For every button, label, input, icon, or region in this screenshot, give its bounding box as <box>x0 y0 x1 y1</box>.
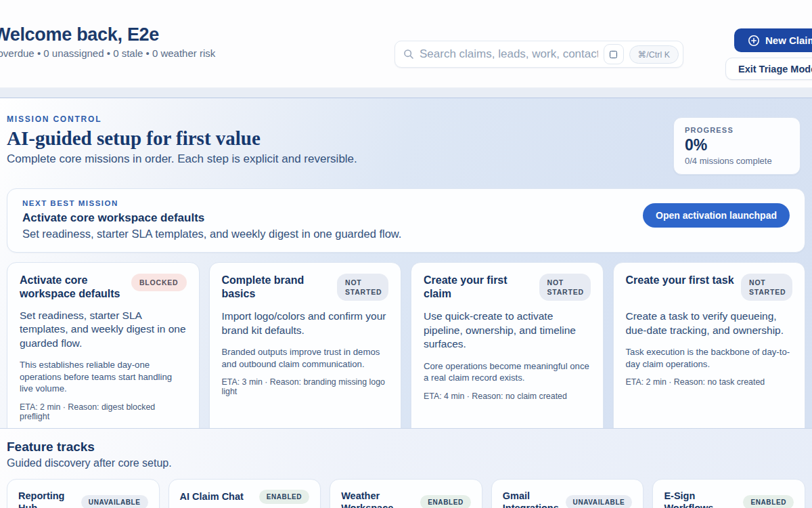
next-best-mission-title: Activate core workspace defaults <box>22 211 629 225</box>
feature-track-header: Reporting HubUNAVAILABLE <box>18 490 148 508</box>
mission-detail: Branded outputs improve trust in demos a… <box>222 346 389 370</box>
mission-card-header: Create your first claimNOT STARTED <box>424 274 591 301</box>
feature-track-title: Gmail Integrations <box>503 490 560 508</box>
feature-track-card: AI Claim ChatENABLED <box>168 479 321 508</box>
new-claim-label: New Claim <box>765 35 812 46</box>
page-header: Welcome back, E2e 0 overdue • 0 unassign… <box>0 0 812 88</box>
checkbox-icon <box>610 51 617 58</box>
mission-status-badge: NOT STARTED <box>741 274 792 301</box>
progress-detail: 0/4 missions complete <box>685 156 789 166</box>
keyboard-shortcut-badge: ⌘/Ctrl K <box>629 45 679 64</box>
search-scope-button[interactable] <box>604 44 624 64</box>
search-icon <box>403 49 414 60</box>
mission-description: Create a task to verify queueing, due-da… <box>626 310 793 337</box>
mission-card-header: Activate core workspace defaultsBLOCKED <box>20 274 187 300</box>
new-claim-button[interactable]: New Claim <box>734 28 812 52</box>
feature-track-status-badge: UNAVAILABLE <box>566 495 633 508</box>
mission-status-badge: NOT STARTED <box>539 274 591 301</box>
mission-detail: Core operations become meaningful once a… <box>424 360 591 384</box>
exit-triage-mode-button[interactable]: Exit Triage Mode <box>725 58 812 80</box>
mission-title: Activate core workspace defaults <box>20 274 125 300</box>
mission-control-kicker: MISSION CONTROL <box>7 114 357 124</box>
mission-control-header: MISSION CONTROL AI-guided setup for firs… <box>7 114 805 175</box>
feature-track-card: E-Sign WorkflowsENABLED <box>652 479 805 508</box>
next-best-mission-text: NEXT BEST MISSION Activate core workspac… <box>22 199 629 240</box>
feature-track-header: E-Sign WorkflowsENABLED <box>664 490 794 508</box>
feature-track-title: E-Sign Workflows <box>664 490 738 508</box>
feature-track-card: Gmail IntegrationsUNAVAILABLE <box>491 479 644 508</box>
feature-track-title: Reporting Hub <box>18 490 76 508</box>
next-best-mission-description: Set readiness, starter SLA templates, an… <box>22 228 629 240</box>
mission-meta: ETA: 2 min · Reason: no task created <box>626 377 793 387</box>
open-activation-launchpad-button[interactable]: Open activation launchpad <box>643 203 790 228</box>
feature-track-title: Weather Workspace <box>341 490 415 508</box>
feature-track-card: Weather WorkspaceENABLED <box>330 479 482 508</box>
feature-track-status-badge: ENABLED <box>259 490 310 504</box>
mission-control-subtitle: Complete core missions in order. Each st… <box>7 152 357 166</box>
mission-status-badge: NOT STARTED <box>337 274 388 301</box>
feature-track-status-badge: ENABLED <box>420 495 471 508</box>
global-search[interactable]: ⌘/Ctrl K <box>394 41 683 68</box>
feature-track-status-badge: UNAVAILABLE <box>81 495 148 508</box>
mission-meta: ETA: 4 min · Reason: no claim created <box>424 391 591 401</box>
next-best-mission-kicker: NEXT BEST MISSION <box>22 199 629 207</box>
mission-title: Create your first task <box>626 274 734 287</box>
mission-description: Set readiness, starter SLA templates, an… <box>20 309 187 350</box>
feature-track-card: Reporting HubUNAVAILABLEMonitor claim op… <box>7 479 160 508</box>
page-title: Welcome back, E2e <box>0 24 159 45</box>
feature-track-status-badge: ENABLED <box>743 495 794 508</box>
progress-label: PROGRESS <box>685 126 789 134</box>
mission-card-header: Complete brand basicsNOT STARTED <box>222 274 389 301</box>
mission-description: Use quick-create to activate pipeline, o… <box>424 310 591 351</box>
feature-track-header: Gmail IntegrationsUNAVAILABLE <box>503 490 633 508</box>
feature-track-header: AI Claim ChatENABLED <box>180 490 310 504</box>
mission-meta: ETA: 3 min · Reason: branding missing lo… <box>222 377 389 396</box>
feature-track-title: AI Claim Chat <box>180 490 244 503</box>
mission-title: Create your first claim <box>424 274 533 300</box>
mission-title: Complete brand basics <box>222 274 331 300</box>
progress-percent: 0% <box>685 136 789 154</box>
progress-card: PROGRESS 0% 0/4 missions complete <box>673 117 800 175</box>
mission-description: Import logo/colors and confirm your bran… <box>222 310 389 337</box>
feature-track-cards: Reporting HubUNAVAILABLEMonitor claim op… <box>7 479 805 508</box>
next-best-mission-banner: NEXT BEST MISSION Activate core workspac… <box>7 188 805 253</box>
mission-control-section: MISSION CONTROL AI-guided setup for firs… <box>0 98 812 428</box>
feature-tracks-subtitle: Guided discovery after core setup. <box>7 457 805 469</box>
triage-summary: 0 overdue • 0 unassigned • 0 stale • 0 w… <box>0 47 215 59</box>
mission-card-header: Create your first taskNOT STARTED <box>626 274 793 301</box>
mission-control-heading: MISSION CONTROL AI-guided setup for firs… <box>7 114 357 166</box>
mission-detail: Task execution is the backbone of day-to… <box>626 346 793 370</box>
feature-track-header: Weather WorkspaceENABLED <box>341 490 471 508</box>
mission-detail: This establishes reliable day-one operat… <box>20 359 187 394</box>
mission-meta: ETA: 2 min · Reason: digest blocked pref… <box>20 402 187 421</box>
plus-circle-icon <box>748 35 760 47</box>
mission-control-title: AI-guided setup for first value <box>7 127 357 150</box>
feature-tracks-title: Feature tracks <box>7 440 805 454</box>
mission-status-badge: BLOCKED <box>131 274 187 291</box>
search-input[interactable] <box>420 47 598 61</box>
feature-tracks-section: Feature tracks Guided discovery after co… <box>0 428 812 508</box>
